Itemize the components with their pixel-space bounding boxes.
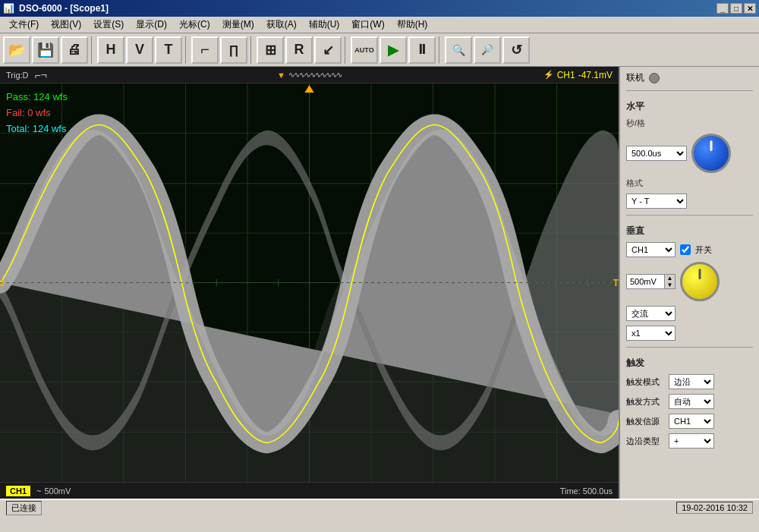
probe-select[interactable]: x1 x10 x100 xyxy=(626,326,676,341)
trig-slope-row: 边沿类型 + - xyxy=(626,433,753,449)
run-button[interactable]: ▶ xyxy=(380,36,407,64)
stop-button[interactable]: ⏸ xyxy=(408,36,436,64)
auto-button[interactable]: AUTO xyxy=(351,36,378,64)
trig-type-label: 触发方式 xyxy=(626,396,664,408)
wave2-button[interactable]: ∏ xyxy=(220,36,247,64)
trig-symbol: ⌐¬ xyxy=(35,69,47,81)
toolbar: 📂 💾 🖨 H V T ⌐ ∏ ⊞ R ↙ AUTO ▶ ⏸ 🔍 🔎 ↺ xyxy=(0,33,759,67)
right-panel: 联机 水平 秒/格 500.0us 1ms 100us 格式 Y - T X -… xyxy=(619,67,759,499)
scope-area: Trig:D ⌐¬ ▼ ∿∿∿∿∿∿∿∿∿∿ ⚡ CH1 -47.1mV Pas… xyxy=(0,67,619,499)
time-per-div-row: 秒/格 xyxy=(626,118,753,129)
total-stat: Total: 124 wfs xyxy=(6,121,68,137)
trig-type-select[interactable]: 自动 普通 单次 xyxy=(669,394,714,409)
time-per-div-control-row: 500.0us 1ms 100us xyxy=(626,134,753,173)
maximize-button[interactable]: □ xyxy=(730,3,742,14)
zoom-out-button[interactable]: 🔎 xyxy=(474,36,501,64)
volts-value: 500mV xyxy=(627,277,664,286)
sep4 xyxy=(345,36,348,64)
fail-stat: Fail: 0 wfs xyxy=(6,105,68,121)
print-button[interactable]: 🖨 xyxy=(61,36,88,64)
stats-overlay: Pass: 124 wfs Fail: 0 wfs Total: 124 wfs xyxy=(6,90,68,137)
format-control-row: Y - T X - Y xyxy=(626,194,753,209)
trig-slope-label: 边沿类型 xyxy=(626,436,664,447)
ch1-select-row: CH1 CH2 开关 xyxy=(626,242,753,257)
waveform-container: Pass: 124 wfs Fail: 0 wfs Total: 124 wfs… xyxy=(0,83,619,482)
coupling-row: 交流 直流 GND xyxy=(626,306,753,321)
connection-status: 已连接 xyxy=(6,501,42,515)
scope-status-bar: CH1 ~ 500mV Time: 500.0us xyxy=(0,482,619,499)
menu-utility[interactable]: 辅助(U) xyxy=(303,17,346,33)
trig-label: Trig:D xyxy=(6,71,29,80)
title-bar: 📊 DSO-6000 - [Scope1] _ □ ✕ xyxy=(0,0,759,17)
wave1-button[interactable]: ⌐ xyxy=(191,36,219,64)
open-button[interactable]: 📂 xyxy=(3,36,30,64)
format-label: 格式 xyxy=(626,178,657,189)
vertical-title: 垂直 xyxy=(626,225,753,238)
menu-acquire[interactable]: 获取(A) xyxy=(260,17,303,33)
trig-source-row: 触发信源 CH1 CH2 EXT xyxy=(626,414,753,429)
scope-ch-label: CH1 xyxy=(6,486,30,496)
save-button[interactable]: 💾 xyxy=(32,36,59,64)
trigger-title: 触发 xyxy=(626,357,753,370)
trigger-position-indicator: ▼ xyxy=(277,71,285,80)
minimize-button[interactable]: _ xyxy=(716,3,729,14)
h-button[interactable]: H xyxy=(97,36,124,64)
menu-help[interactable]: 帮助(H) xyxy=(391,17,434,33)
status-bar: 已连接 19-02-2016 10:32 xyxy=(0,499,759,515)
menu-measure[interactable]: 测量(M) xyxy=(216,17,260,33)
menu-settings[interactable]: 设置(S) xyxy=(87,17,130,33)
trig-mode-label: 触发模式 xyxy=(626,376,664,388)
volts-up[interactable]: ▲ xyxy=(664,275,675,282)
sep3 xyxy=(250,36,254,64)
trig-source-label: 触发信源 xyxy=(626,416,664,427)
volts-div-row: 500mV ▲ ▼ xyxy=(626,262,753,301)
trig-slope-select[interactable]: + - xyxy=(669,433,714,449)
window-controls[interactable]: _ □ ✕ xyxy=(716,3,756,14)
enable-label: 开关 xyxy=(695,244,712,256)
divider1 xyxy=(626,90,753,91)
volts-arrows[interactable]: ▲ ▼ xyxy=(664,275,675,288)
channel-select[interactable]: CH1 CH2 xyxy=(626,242,676,257)
time-per-div-label: 秒/格 xyxy=(626,118,657,129)
zoom-in-button[interactable]: 🔍 xyxy=(445,36,472,64)
horizontal-title: 水平 xyxy=(626,100,753,113)
horizontal-knob[interactable] xyxy=(691,134,731,173)
ref-button[interactable]: R xyxy=(285,36,313,64)
menu-display[interactable]: 显示(D) xyxy=(130,17,173,33)
coupling-select[interactable]: 交流 直流 GND xyxy=(626,306,676,321)
menu-window[interactable]: 窗口(W) xyxy=(345,17,390,33)
vertical-knob[interactable] xyxy=(680,262,720,301)
time-per-div-select[interactable]: 500.0us 1ms 100us xyxy=(626,146,687,161)
menu-file[interactable]: 文件(F) xyxy=(3,17,45,33)
left-marker: 1 xyxy=(0,278,5,288)
pass-stat: Pass: 124 wfs xyxy=(6,90,68,105)
measure-button[interactable]: ⊞ xyxy=(257,36,284,64)
format-select[interactable]: Y - T X - Y xyxy=(626,194,687,209)
close-button[interactable]: ✕ xyxy=(744,3,756,14)
scope-time: Time: 500.0us xyxy=(560,486,613,496)
waveform-svg xyxy=(0,83,619,482)
ch1-voltage-trig: -47.1mV xyxy=(578,70,613,80)
trigger-bar: Trig:D ⌐¬ ▼ ∿∿∿∿∿∿∿∿∿∿ ⚡ CH1 -47.1mV xyxy=(0,67,619,83)
trig-source-select[interactable]: CH1 CH2 EXT xyxy=(669,414,714,429)
online-indicator xyxy=(649,73,660,83)
trig-mode-select[interactable]: 边沿 脉宽 xyxy=(669,374,714,389)
v-button[interactable]: V xyxy=(126,36,153,64)
reset-button[interactable]: ↺ xyxy=(502,36,530,64)
scope-volts: 500mV xyxy=(44,486,71,496)
t-button[interactable]: T xyxy=(155,36,182,64)
volts-down[interactable]: ▼ xyxy=(664,282,675,288)
online-label: 联机 xyxy=(626,71,644,84)
menu-view[interactable]: 视图(V) xyxy=(45,17,87,33)
app-icon: 📊 xyxy=(3,3,14,14)
sep5 xyxy=(439,36,442,64)
probe-row: x1 x10 x100 xyxy=(626,326,753,341)
cursor-button[interactable]: ↙ xyxy=(314,36,342,64)
volts-spinbox[interactable]: 500mV ▲ ▼ xyxy=(626,274,676,289)
divider2 xyxy=(626,215,753,216)
menu-cursor[interactable]: 光标(C) xyxy=(173,17,216,33)
sep1 xyxy=(91,36,94,64)
divider3 xyxy=(626,347,753,348)
right-marker: T xyxy=(613,278,619,288)
channel-enable-checkbox[interactable] xyxy=(680,244,691,255)
